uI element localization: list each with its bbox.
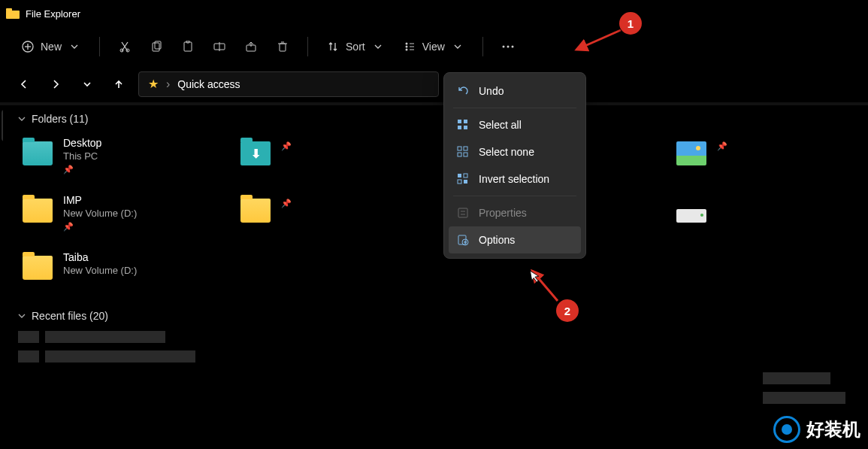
folder-item[interactable] [672, 191, 868, 235]
svg-rect-34 [464, 147, 467, 150]
chevron-down-icon [371, 40, 385, 53]
menu-separator [453, 196, 576, 196]
invert-icon [456, 172, 470, 186]
rename-icon [213, 40, 226, 53]
annotation-marker-1: 1 [619, 12, 642, 35]
watermark-logo-icon [773, 416, 800, 443]
annotation-marker-2: 2 [556, 299, 579, 322]
folder-icon [21, 251, 54, 284]
address-bar[interactable]: ★ › Quick access [138, 71, 439, 97]
menu-select-none[interactable]: Select none [449, 138, 581, 165]
sort-label: Sort [346, 41, 365, 53]
svg-point-25 [511, 46, 513, 48]
share-button[interactable] [237, 35, 265, 58]
svg-rect-41 [458, 208, 467, 217]
svg-rect-33 [458, 147, 461, 150]
share-icon [244, 40, 258, 53]
undo-icon [456, 84, 470, 98]
recent-locations-button[interactable] [75, 72, 99, 96]
menu-undo[interactable]: Undo [449, 77, 581, 105]
paste-button[interactable] [174, 35, 202, 58]
paste-icon [181, 40, 195, 53]
separator [307, 37, 308, 56]
svg-rect-1 [6, 8, 12, 11]
sort-icon [326, 40, 340, 53]
svg-rect-30 [464, 120, 467, 123]
folder-item[interactable]: 📌 [236, 191, 439, 235]
chevron-down-icon [451, 40, 464, 53]
folder-item[interactable]: DesktopThis PC📌 [18, 134, 221, 177]
folder-icon [675, 137, 708, 170]
menu-select-all[interactable]: Select all [449, 111, 581, 138]
trash-icon [276, 40, 289, 53]
folder-name: Desktop [63, 137, 101, 149]
folder-icon [21, 137, 54, 170]
pin-icon: 📌 [281, 199, 292, 208]
menu-options[interactable]: Options [449, 226, 581, 253]
navbar: ★ › Quick access [0, 66, 868, 102]
new-button[interactable]: New [14, 35, 89, 58]
menu-select-none-label: Select none [479, 146, 534, 158]
svg-rect-29 [458, 120, 461, 123]
chevron-down-icon [18, 113, 26, 125]
pin-icon: 📌 [63, 165, 101, 174]
svg-rect-14 [280, 44, 286, 51]
cut-button[interactable] [110, 35, 139, 58]
svg-rect-39 [458, 180, 461, 184]
svg-rect-7 [153, 43, 159, 51]
copy-button[interactable] [142, 35, 171, 58]
menu-properties-label: Properties [479, 207, 527, 219]
menu-options-label: Options [479, 234, 515, 246]
forward-button[interactable] [44, 72, 68, 96]
folder-item[interactable]: IMPNew Volume (D:)📌 [18, 191, 221, 235]
chevron-down-icon [68, 40, 81, 53]
svg-rect-35 [458, 153, 461, 156]
watermark: 好装机 [773, 416, 860, 443]
folder-location: This PC [63, 150, 101, 162]
chevron-right-icon: › [166, 77, 170, 91]
folder-name: IMP [63, 194, 137, 206]
rename-button[interactable] [205, 35, 234, 58]
pin-icon: 📌 [281, 141, 292, 151]
options-icon [456, 233, 470, 247]
svg-rect-37 [458, 174, 461, 177]
back-button[interactable] [12, 72, 36, 96]
up-button[interactable] [107, 72, 131, 96]
pin-icon: 📌 [63, 222, 137, 232]
menu-invert-label: Invert selection [479, 173, 549, 185]
menu-undo-label: Undo [479, 85, 504, 97]
menu-separator [453, 108, 576, 108]
svg-rect-32 [464, 126, 467, 129]
folder-item[interactable]: ⬇📌 [236, 134, 439, 177]
folders-header-label: Folders (11) [32, 113, 88, 125]
view-icon [403, 40, 416, 53]
breadcrumb-location[interactable]: Quick access [177, 78, 240, 90]
svg-rect-31 [458, 126, 461, 129]
sort-button[interactable]: Sort [319, 35, 392, 58]
folder-item[interactable]: 📌 [672, 134, 868, 177]
select-all-icon [456, 118, 470, 132]
svg-rect-0 [6, 11, 20, 19]
folder-name: Taiba [63, 251, 137, 263]
recent-header-label: Recent files (20) [32, 310, 108, 322]
menu-invert-selection[interactable]: Invert selection [449, 165, 581, 193]
svg-point-23 [502, 46, 504, 48]
menu-select-all-label: Select all [479, 119, 522, 131]
toolbar: New Sort View [0, 27, 868, 66]
separator [99, 37, 100, 56]
delete-button[interactable] [268, 35, 297, 58]
svg-point-24 [507, 46, 509, 48]
folder-icon [675, 194, 708, 227]
svg-rect-36 [464, 153, 467, 156]
folder-location: New Volume (D:) [63, 265, 137, 276]
copy-icon [150, 40, 163, 53]
recent-group-header[interactable]: Recent files (20) [18, 310, 868, 322]
svg-rect-9 [184, 42, 192, 51]
more-button[interactable] [494, 35, 522, 58]
content: Folders (11) DesktopThis PC📌⬇📌DocumentsT… [3, 105, 868, 449]
main: ★ Quick access Desktop📌⬇Downloads📌Docume… [0, 105, 868, 449]
folder-item[interactable]: TaibaNew Volume (D:) [18, 248, 221, 287]
view-button[interactable]: View [395, 35, 472, 58]
context-menu: Undo Select all Select none Invert selec… [443, 72, 586, 259]
select-none-icon [456, 145, 470, 159]
